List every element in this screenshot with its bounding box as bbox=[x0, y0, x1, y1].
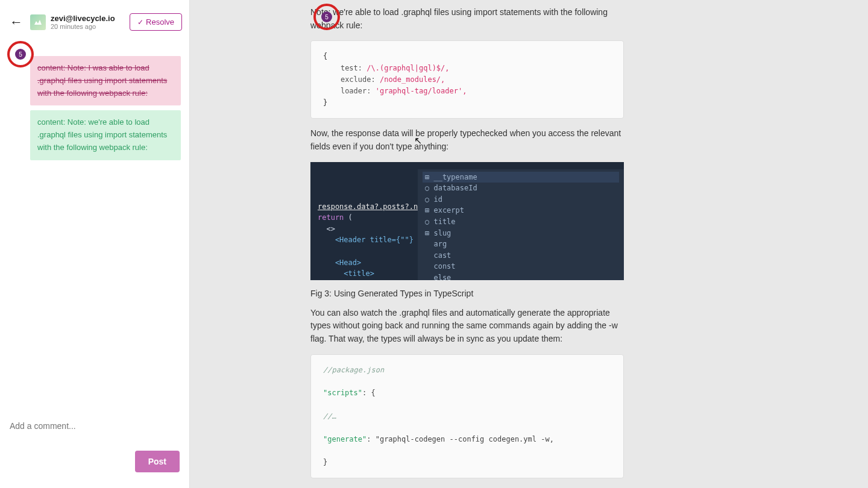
autocomplete-item[interactable]: cast bbox=[423, 250, 619, 261]
typecheck-paragraph: Now, the response data will be properly … bbox=[310, 127, 624, 153]
autocomplete-item[interactable]: ○ databaseId bbox=[423, 183, 619, 194]
package-json-code-block: //package.json "scripts": { //… "generat… bbox=[310, 354, 624, 479]
article-main[interactable]: Note: we're able to load .graphql files … bbox=[190, 0, 868, 488]
post-button[interactable]: Post bbox=[135, 451, 180, 472]
comment-sidebar: ← zevi@livecycle.io 20 minutes ago ✓ Res… bbox=[0, 0, 190, 488]
user-email: zevi@livecycle.io bbox=[51, 14, 125, 23]
diff-removed-block: content: Note: I was able to load .graph… bbox=[30, 56, 181, 105]
figure-caption: Fig 3: Using Generated Types in TypeScri… bbox=[310, 289, 624, 298]
resolve-button[interactable]: ✓ Resolve bbox=[130, 13, 182, 31]
resolve-label: Resolve bbox=[146, 17, 174, 27]
sidebar-header: ← zevi@livecycle.io 20 minutes ago ✓ Res… bbox=[0, 0, 189, 37]
check-icon: ✓ bbox=[137, 18, 143, 27]
diff-area: content: Note: I was able to load .graph… bbox=[0, 37, 189, 166]
typescript-screenshot: response.data?.posts?.nodes[0]. return (… bbox=[310, 162, 624, 280]
user-meta: zevi@livecycle.io 20 minutes ago bbox=[51, 14, 125, 30]
autocomplete-item[interactable]: ⊞ __typename bbox=[423, 172, 619, 183]
back-button[interactable]: ← bbox=[7, 14, 25, 30]
autocomplete-item[interactable]: ○ id bbox=[423, 194, 619, 205]
intro-paragraph: Note: we're able to load .graphql files … bbox=[310, 6, 624, 32]
autocomplete-item[interactable]: else bbox=[423, 272, 619, 280]
autocomplete-item[interactable]: arg bbox=[423, 239, 619, 250]
autocomplete-popup: ⊞ __typename○ databaseId○ id⊞ excerpt○ t… bbox=[418, 169, 624, 280]
autocomplete-item[interactable]: ⊞ slug bbox=[423, 228, 619, 239]
watch-paragraph: You can also watch the .graphql files an… bbox=[310, 307, 624, 346]
autocomplete-item[interactable]: ⊞ excerpt bbox=[423, 205, 619, 216]
webpack-code-block: { test: /\.(graphql|gql)$/, exclude: /no… bbox=[310, 40, 624, 119]
diff-added-block: content: Note: we're able to load .graph… bbox=[30, 110, 181, 160]
autocomplete-item[interactable]: ○ title bbox=[423, 216, 619, 228]
autocomplete-item[interactable]: const bbox=[423, 261, 619, 272]
user-avatar bbox=[30, 14, 46, 30]
comment-timestamp: 20 minutes ago bbox=[51, 23, 125, 30]
comment-input-area bbox=[0, 413, 189, 439]
comment-input[interactable] bbox=[10, 421, 180, 431]
